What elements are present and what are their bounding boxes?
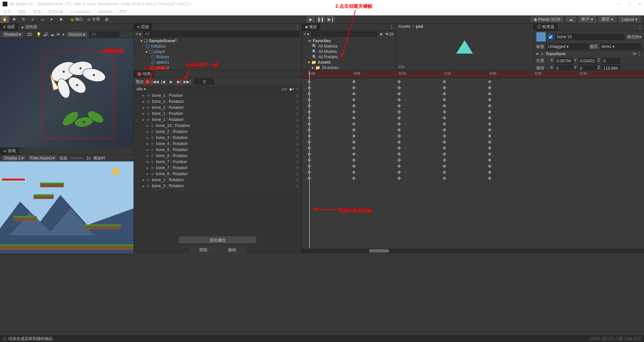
keyframe[interactable] [307, 146, 311, 150]
timeline-scrollbar[interactable] [302, 249, 644, 253]
play-button[interactable]: ▶ [306, 16, 315, 23]
rotate-tool[interactable]: ↻ [19, 16, 28, 23]
keyframe[interactable] [352, 92, 356, 95]
keyframe[interactable] [307, 152, 311, 156]
keyframe[interactable] [352, 176, 356, 180]
create-dropdown[interactable]: + ▾ [136, 32, 141, 37]
hidden-items[interactable]: 👁18 [385, 32, 393, 37]
folder-row[interactable]: ▸📁2d-extras- [304, 65, 393, 70]
keyframe[interactable] [307, 104, 311, 108]
keyframe[interactable] [397, 176, 401, 180]
keyframe[interactable] [307, 92, 311, 95]
keyframe[interactable] [352, 98, 356, 101]
add-event-icon[interactable]: ◆+ [289, 87, 294, 91]
keyframe[interactable] [307, 164, 311, 168]
keyframe[interactable] [442, 146, 446, 150]
keyframe[interactable] [442, 158, 446, 162]
keyframe[interactable] [352, 80, 356, 83]
keyframe[interactable] [397, 80, 401, 83]
keyframe[interactable] [352, 146, 356, 150]
pos-y[interactable] [579, 58, 597, 64]
keyframe[interactable] [352, 170, 356, 174]
play-anim-button[interactable]: ▶ [167, 79, 175, 85]
keyframe[interactable] [307, 122, 311, 126]
keyframe[interactable] [442, 164, 446, 168]
keyframe[interactable] [488, 146, 491, 150]
keyframe[interactable] [352, 86, 356, 89]
keyframe[interactable] [442, 170, 446, 174]
mode-2d[interactable]: 2D [25, 31, 34, 38]
keyframe[interactable] [352, 140, 356, 144]
property-row[interactable]: ▸⊹bone_6 : Rotation◇ [134, 153, 302, 159]
property-row[interactable]: ▸⊹bone_5 : Rotation◇ [134, 147, 302, 153]
pivot-toggle[interactable]: ◉轴心 [68, 16, 85, 22]
plastic-scm-button[interactable]: ◉Plastic SCM [530, 16, 564, 22]
keyframe[interactable] [397, 140, 401, 144]
keyframe[interactable] [442, 104, 446, 108]
snap-toggle[interactable]: ⊞ [102, 16, 111, 23]
keyframe[interactable] [442, 116, 446, 120]
audio-icon[interactable]: 🔊 [43, 32, 48, 37]
property-row[interactable]: ▸⊹bone_2 : Rotation◇ [134, 105, 302, 111]
keyframe[interactable] [352, 134, 356, 138]
scene-row[interactable]: ▾❏SampleScene* [134, 38, 302, 44]
keyframe[interactable] [352, 164, 356, 168]
transform-tool[interactable]: ✦ [47, 16, 56, 23]
keyframe[interactable] [397, 86, 401, 89]
keyframe[interactable] [442, 86, 446, 89]
keyframe[interactable] [352, 128, 356, 132]
layout-dropdown[interactable]: Layout▾ [619, 16, 641, 22]
keyframe[interactable] [397, 134, 401, 138]
keyframe[interactable] [442, 92, 446, 95]
property-row[interactable]: ▸⊹bone_1 : Position◇ [134, 111, 302, 117]
keyframe[interactable] [488, 128, 491, 132]
keyframe[interactable] [352, 116, 356, 120]
pause-button[interactable]: ❚❚ [316, 16, 325, 23]
keyframe[interactable] [307, 176, 311, 180]
keyframe[interactable] [488, 152, 491, 156]
keyframe[interactable] [488, 176, 491, 180]
keyframe[interactable] [352, 104, 356, 108]
tab-hierarchy[interactable]: ≡层级 [134, 23, 152, 30]
hierarchy-item[interactable]: ▸▢player [134, 49, 302, 54]
keyframe[interactable] [307, 140, 311, 144]
keyframe[interactable] [352, 158, 356, 162]
tab-curves[interactable]: 曲线 [218, 247, 246, 253]
display-dropdown[interactable]: Display 1▾ [2, 155, 25, 161]
maximize-button[interactable]: ▢ [628, 2, 631, 6]
keyframe[interactable] [442, 122, 446, 126]
property-row[interactable]: ▸⊹bone_8 : Rotation◇ [134, 171, 302, 177]
add-property-button[interactable]: 添加属性 [179, 236, 256, 243]
pos-z[interactable] [602, 58, 620, 64]
menu-gameobject[interactable]: 游戏对象 [48, 9, 64, 15]
hierarchy-item[interactable]: ▢Initialize [134, 44, 302, 49]
next-frame-button[interactable]: ▶| [175, 79, 183, 85]
hierarchy-item[interactable]: ▢Bottom [134, 54, 302, 60]
hidden-icon[interactable]: 👁 [56, 32, 60, 37]
scale-slider[interactable] [70, 157, 84, 159]
project-create[interactable]: + ▾ [304, 32, 309, 37]
keyframe[interactable] [488, 158, 491, 162]
menu-help[interactable]: 帮助 [119, 9, 127, 15]
property-list[interactable]: ▸⊹bone_1 : Position◇▸⊹bone_1 : Rotation◇… [134, 92, 302, 233]
keyframe[interactable] [397, 164, 401, 168]
keyframe[interactable] [307, 116, 311, 120]
property-row[interactable]: ▸⊹bone_4 : Rotation◇ [134, 141, 302, 147]
rect-tool[interactable]: ▭ [38, 16, 47, 23]
gizmos-dropdown[interactable]: Gizmos▾ [66, 32, 87, 37]
favorites-icon[interactable]: ★ [379, 32, 383, 37]
keyframe[interactable] [397, 104, 401, 108]
menu-window[interactable]: Window [98, 9, 112, 14]
keyframe[interactable] [397, 170, 401, 174]
keyframe[interactable] [488, 164, 491, 168]
shading-dropdown[interactable]: Shaded▾ [2, 32, 23, 37]
assets-row[interactable]: ▾📁Assets [304, 60, 393, 65]
aspect-dropdown[interactable]: Free Aspect▾ [28, 155, 57, 161]
keyframe[interactable] [488, 92, 491, 95]
keyframe[interactable] [397, 128, 401, 132]
keyframe[interactable] [352, 110, 356, 114]
preview-toggle[interactable]: 预览 [136, 79, 144, 85]
keyframe[interactable] [397, 158, 401, 162]
tab-animator[interactable]: ▸动画器 [18, 23, 41, 30]
keyframe[interactable] [488, 116, 491, 120]
